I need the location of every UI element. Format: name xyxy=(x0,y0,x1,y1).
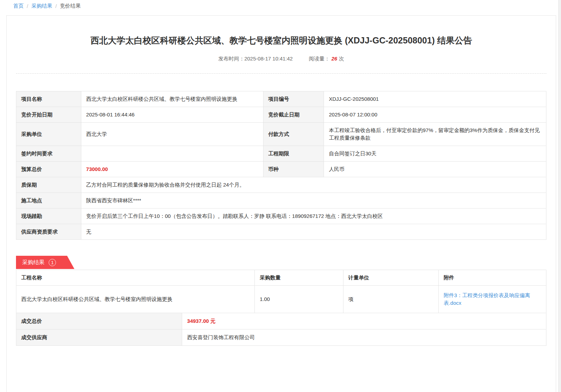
publish-info: 发布时间：2025-08-17 10:41:42 阅读量：26次 xyxy=(16,56,546,62)
table-row: 质保期 乙方对合同工程的质量保修期为验收合格并交付使用之日起 24个月。 xyxy=(16,177,546,193)
budget-value: 73000.00 xyxy=(81,162,263,177)
survey-label: 现场踏勘 xyxy=(16,209,81,224)
breadcrumb-home-link[interactable]: 首页 xyxy=(13,3,24,9)
sign-time-value xyxy=(81,146,263,162)
project-no-label: 项目编号 xyxy=(263,91,324,107)
table-row: 施工地点 陕西省西安市碑林区**** xyxy=(16,193,546,209)
table-row: 成交供应商 西安喜登门装饰工程有限公司 xyxy=(16,329,546,346)
result-attachment-cell: 附件3：工程类分项报价表及响应偏离表.docx xyxy=(439,286,546,313)
project-info-table: 项目名称 西北大学太白校区科研楼公共区域、教学七号楼室内照明设施更换 项目编号 … xyxy=(16,91,546,240)
payment-label: 付款方式 xyxy=(263,123,324,146)
dashed-divider xyxy=(16,73,546,74)
breadcrumb-purchase-results-link[interactable]: 采购结果 xyxy=(31,3,52,9)
result-header-name: 工程名称 xyxy=(16,270,255,286)
sign-time-label: 签约时间要求 xyxy=(16,146,81,162)
bid-start-label: 竞价开始日期 xyxy=(16,107,81,123)
duration-value: 自合同签订之日30天 xyxy=(324,146,546,162)
breadcrumb-current: 竞价结果 xyxy=(60,3,81,9)
breadcrumb: 首页 / 采购结果 / 竞价结果 xyxy=(13,3,81,9)
breadcrumb-separator: / xyxy=(55,3,57,9)
project-name-label: 项目名称 xyxy=(16,91,81,107)
table-row: 预算总价 73000.00 币种 人民币 xyxy=(16,162,546,177)
attachment-link[interactable]: 附件3：工程类分项报价表及响应偏离表.docx xyxy=(444,292,541,307)
total-price-value: 34937.00 元 xyxy=(182,313,546,329)
total-price-label: 成交总价 xyxy=(16,313,182,329)
result-quantity: 1.00 xyxy=(255,286,343,313)
purchaser-value: 西北大学 xyxy=(81,123,263,146)
result-header-quantity: 采购数量 xyxy=(255,270,343,286)
supplier-label: 成交供应商 xyxy=(16,329,182,346)
announcement-card: 西北大学太白校区科研楼公共区域、教学七号楼室内照明设施更换 (XDJJ-GC-2… xyxy=(6,15,556,392)
site-value: 陕西省西安市碑林区**** xyxy=(81,193,546,209)
table-row: 竞价开始日期 2025-08-01 16:44:46 竞价截止日期 2025-0… xyxy=(16,107,546,123)
table-row: 西北大学太白校区科研楼公共区域、教学七号楼室内照明设施更换 1.00 项 附件3… xyxy=(16,286,546,313)
publish-time-label: 发布时间： xyxy=(218,56,244,62)
currency-label: 币种 xyxy=(263,162,324,177)
warranty-label: 质保期 xyxy=(16,177,81,193)
table-header-row: 工程名称 采购数量 计量单位 附件 xyxy=(16,270,546,286)
survey-value: 竞价开启后第三个工作日上午10：00（包含公告发布日）。踏勘联系人：罗静 联系电… xyxy=(81,209,546,224)
table-row: 签约时间要求 工程期限 自合同签订之日30天 xyxy=(16,146,546,162)
page: 首页 / 采购结果 / 竞价结果 西北大学太白校区科研楼公共区域、教学七号楼室内… xyxy=(0,0,561,392)
result-table: 工程名称 采购数量 计量单位 附件 西北大学太白校区科研楼公共区域、教学七号楼室… xyxy=(16,270,546,313)
result-header-unit: 计量单位 xyxy=(343,270,439,286)
read-count-value: 26 xyxy=(331,56,337,62)
budget-label: 预算总价 xyxy=(16,162,81,177)
duration-label: 工程期限 xyxy=(263,146,324,162)
warranty-value: 乙方对合同工程的质量保修期为验收合格并交付使用之日起 24个月。 xyxy=(81,177,546,193)
payment-value: 本工程竣工验收合格后，付至审定价款的97%，留审定金额的3%作为质保金，质保金支… xyxy=(324,123,546,146)
scrollbar-track[interactable] xyxy=(558,0,561,392)
bid-end-label: 竞价截止日期 xyxy=(263,107,324,123)
read-count-label: 阅读量： xyxy=(309,56,330,62)
qualification-label: 供应商资质要求 xyxy=(16,224,81,240)
site-label: 施工地点 xyxy=(16,193,81,209)
result-ribbon-label: 采购结果 xyxy=(22,259,44,266)
result-project-name: 西北大学太白校区科研楼公共区域、教学七号楼室内照明设施更换 xyxy=(16,286,255,313)
table-row: 成交总价 34937.00 元 xyxy=(16,313,546,329)
bid-end-value: 2025-08-07 12:00:00 xyxy=(324,107,546,123)
deal-summary-table: 成交总价 34937.00 元 成交供应商 西安喜登门装饰工程有限公司 xyxy=(16,313,546,346)
project-name-value: 西北大学太白校区科研楼公共区域、教学七号楼室内照明设施更换 xyxy=(81,91,263,107)
page-title: 西北大学太白校区科研楼公共区域、教学七号楼室内照明设施更换 (XDJJ-GC-2… xyxy=(16,34,546,46)
result-count-badge: 1 xyxy=(49,259,56,266)
result-unit: 项 xyxy=(343,286,439,313)
currency-value: 人民币 xyxy=(324,162,546,177)
result-section-ribbon: 采购结果 1 xyxy=(16,256,74,269)
qualification-value: 无 xyxy=(81,224,546,240)
table-row: 供应商资质要求 无 xyxy=(16,224,546,240)
supplier-value: 西安喜登门装饰工程有限公司 xyxy=(182,329,546,346)
table-row: 采购单位 西北大学 付款方式 本工程竣工验收合格后，付至审定价款的97%，留审定… xyxy=(16,123,546,146)
result-header-attachment: 附件 xyxy=(439,270,546,286)
publish-time-value: 2025-08-17 10:41:42 xyxy=(244,56,293,62)
bid-start-value: 2025-08-01 16:44:46 xyxy=(81,107,263,123)
purchaser-label: 采购单位 xyxy=(16,123,81,146)
breadcrumb-separator: / xyxy=(27,3,28,9)
table-row: 现场踏勘 竞价开启后第三个工作日上午10：00（包含公告发布日）。踏勘联系人：罗… xyxy=(16,209,546,224)
project-no-value: XDJJ-GC-202508001 xyxy=(324,91,546,107)
table-row: 项目名称 西北大学太白校区科研楼公共区域、教学七号楼室内照明设施更换 项目编号 … xyxy=(16,91,546,107)
read-count-unit: 次 xyxy=(339,56,344,62)
